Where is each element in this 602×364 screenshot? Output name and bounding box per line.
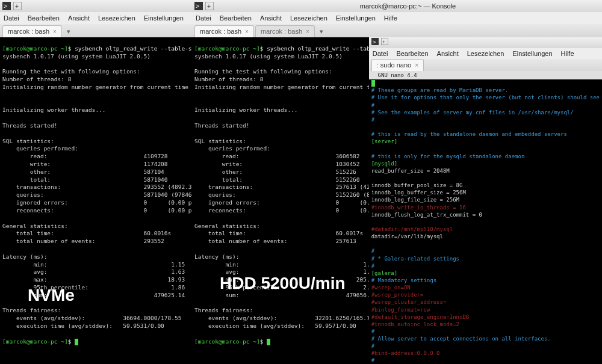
nano-editor[interactable]: # These groups are read by MariaDB serve… (369, 79, 602, 364)
menu-datei[interactable]: Datei (196, 14, 211, 23)
nano-window: > + Datei Bearbeiten Ansicht Lesezeichen… (369, 37, 602, 364)
svg-text:+: + (382, 39, 385, 45)
desktop: > + Datei Bearbeiten Ansicht Lesezeichen… (0, 0, 602, 364)
menu-einstellungen[interactable]: Einstellungen (144, 14, 184, 23)
menu-bearbeiten[interactable]: Bearbeiten (396, 49, 428, 58)
terminal-nvme[interactable]: [marcok@marco-pc ~]$ sysbench oltp_read_… (0, 37, 192, 364)
menu-bearbeiten[interactable]: Bearbeiten (220, 14, 252, 23)
new-tab-button[interactable]: ▾ (316, 26, 327, 37)
menu-datei[interactable]: Datei (4, 14, 19, 23)
titlebar-nano[interactable]: > + (369, 37, 602, 48)
menubar-nvme: Datei Bearbeiten Ansicht Lesezeichen Ein… (0, 12, 192, 24)
svg-text:>: > (4, 3, 7, 10)
menu-bearbeiten[interactable]: Bearbeiten (28, 14, 60, 23)
svg-text:>: > (196, 3, 199, 10)
tab-label: marcok : bash (200, 27, 241, 36)
close-icon[interactable]: × (306, 28, 309, 36)
tab-active[interactable]: marcok : bash × (194, 25, 254, 37)
svg-text:+: + (207, 3, 211, 10)
window-nvme: > + Datei Bearbeiten Ansicht Lesezeichen… (0, 0, 192, 364)
menu-ansicht[interactable]: Ansicht (260, 14, 282, 23)
menu-hilfe[interactable]: Hilfe (561, 49, 574, 58)
app-icon: > (2, 2, 11, 10)
tab-label: marcok : bash (261, 27, 302, 36)
menubar-nano: Datei Bearbeiten Ansicht Lesezeichen Ein… (369, 48, 602, 59)
titlebar-wide[interactable]: > + marcok@marco-pc:~ — Konsole (192, 0, 602, 12)
new-tab-icon[interactable]: + (13, 2, 22, 10)
new-tab-button[interactable]: ▾ (63, 26, 74, 37)
tab-active[interactable]: marcok : bash × (2, 25, 62, 37)
svg-text:+: + (15, 3, 19, 10)
tab-inactive[interactable]: marcok : bash × (255, 25, 315, 37)
menu-einstellungen[interactable]: Einstellungen (512, 49, 552, 58)
menu-lesezeichen[interactable]: Lesezeichen (98, 14, 135, 23)
tab-nano[interactable]: : sudo nano × (371, 59, 424, 71)
tabbar-wide: marcok : bash × marcok : bash × ▾ (192, 24, 602, 37)
tab-label: marcok : bash (8, 27, 49, 36)
cursor (267, 339, 270, 345)
menu-lesezeichen[interactable]: Lesezeichen (467, 49, 504, 58)
menu-ansicht[interactable]: Ansicht (437, 49, 459, 58)
new-tab-icon[interactable]: + (205, 2, 214, 10)
window-title: marcok@marco-pc:~ — Konsole (216, 2, 600, 11)
close-icon[interactable]: × (53, 28, 57, 36)
close-icon[interactable]: × (415, 61, 418, 70)
terminal-hdd[interactable]: [marcok@marco-pc ~]$ sysbench oltp_read_… (192, 37, 369, 364)
tabbar-nano: : sudo nano × (369, 59, 602, 71)
menubar-wide: Datei Bearbeiten Ansicht Lesezeichen Ein… (192, 12, 602, 24)
app-icon: > (371, 38, 379, 48)
cursor (75, 339, 78, 345)
nano-cursor (371, 80, 375, 87)
close-icon[interactable]: × (245, 28, 249, 36)
tab-label: : sudo nano (377, 61, 412, 70)
wide-content: [marcok@marco-pc ~]$ sysbench oltp_read_… (192, 37, 602, 364)
tabbar-nvme: marcok : bash × ▾ (0, 24, 192, 37)
titlebar-nvme[interactable]: > + (0, 0, 192, 12)
menu-datei[interactable]: Datei (373, 49, 388, 58)
menu-lesezeichen[interactable]: Lesezeichen (290, 14, 327, 23)
menu-hilfe[interactable]: Hilfe (384, 14, 397, 23)
svg-text:>: > (373, 39, 376, 45)
app-icon: > (194, 2, 203, 10)
nano-header: GNU nano 4.4 (369, 71, 602, 79)
menu-einstellungen[interactable]: Einstellungen (336, 14, 376, 23)
menu-ansicht[interactable]: Ansicht (68, 14, 90, 23)
new-tab-icon[interactable]: + (381, 38, 388, 48)
window-wide: > + marcok@marco-pc:~ — Konsole Datei Be… (192, 0, 602, 364)
